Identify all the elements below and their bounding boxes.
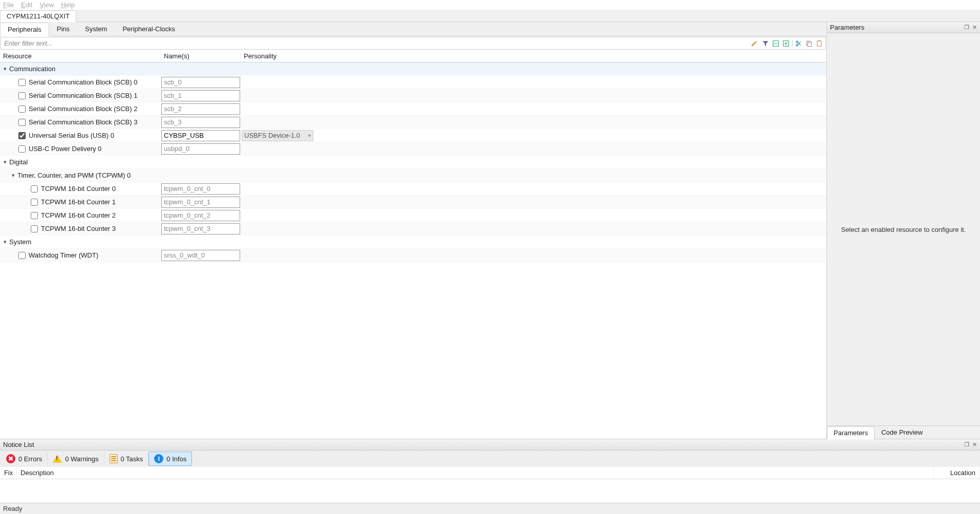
table-row: Serial Communication Block (SCB) 3 [0, 116, 826, 129]
col-fix[interactable]: Fix [0, 467, 16, 479]
subgroup-tcpwm[interactable]: ▾Timer, Counter, and PWM (TCPWM) 0 [0, 169, 826, 182]
table-row: Serial Communication Block (SCB) 2 [0, 102, 826, 116]
menu-help[interactable]: Help [61, 1, 75, 9]
table-row: USB-C Power Delivery 0 [0, 142, 826, 156]
filter-input[interactable] [1, 37, 749, 49]
name-field[interactable] [161, 223, 240, 234]
config-tabs: Peripherals Pins System Peripheral-Clock… [0, 22, 826, 36]
column-header: Resource Name(s) Personality [0, 50, 826, 62]
group-system[interactable]: ▾System [0, 235, 826, 249]
name-field[interactable] [161, 130, 240, 141]
enable-checkbox[interactable] [31, 199, 38, 206]
status-bar: Ready [0, 503, 980, 514]
col-resource[interactable]: Resource [0, 50, 161, 62]
col-description[interactable]: Description [16, 467, 934, 479]
col-location[interactable]: Location [934, 467, 980, 479]
name-field[interactable] [161, 117, 240, 128]
enable-checkbox[interactable] [31, 185, 38, 192]
resource-label: TCPWM 16-bit Counter 2 [41, 211, 116, 219]
undock-icon[interactable]: ❐ [964, 24, 969, 31]
expand-icon[interactable] [782, 39, 790, 48]
notice-body [0, 479, 980, 503]
chevron-down-icon[interactable]: ▾ [2, 239, 8, 245]
personality-select[interactable]: USBFS Device-1.0▾ [242, 130, 313, 141]
placeholder-text: Select an enabled resource to configure … [841, 226, 966, 233]
copy-icon[interactable] [805, 39, 813, 48]
resource-label: Serial Communication Block (SCB) 1 [29, 92, 137, 99]
filter-errors[interactable]: ✖ 0 Errors [1, 452, 48, 466]
tab-parameters[interactable]: Parameters [827, 426, 875, 439]
filter-row [1, 37, 826, 50]
table-row: TCPWM 16-bit Counter 0 [0, 182, 826, 196]
warning-icon [53, 455, 62, 463]
svg-rect-8 [808, 42, 812, 46]
resource-tree[interactable]: ▾Communication Serial Communication Bloc… [0, 62, 826, 439]
chevron-down-icon: ▾ [308, 133, 311, 138]
resource-label: USB-C Power Delivery 0 [29, 145, 101, 153]
name-field[interactable] [161, 183, 240, 195]
enable-checkbox[interactable] [18, 252, 26, 259]
name-field[interactable] [161, 103, 240, 115]
menu-file[interactable]: File [3, 1, 14, 9]
group-digital[interactable]: ▾Digital [0, 156, 826, 169]
resource-label: Universal Serial Bus (USB) 0 [29, 132, 114, 139]
close-icon[interactable]: ✕ [972, 24, 977, 31]
chevron-down-icon[interactable]: ▾ [2, 66, 8, 72]
menu-view[interactable]: View [39, 1, 54, 9]
enable-checkbox[interactable] [31, 212, 38, 219]
panel-body: Select an enabled resource to configure … [827, 33, 980, 425]
enable-checkbox[interactable] [18, 145, 26, 153]
chevron-down-icon[interactable]: ▾ [10, 172, 16, 179]
tab-system[interactable]: System [77, 22, 115, 36]
filter-icon[interactable] [761, 39, 770, 48]
parameters-panel: Parameters ❐ ✕ Select an enabled resourc… [826, 22, 980, 439]
enable-checkbox[interactable] [18, 92, 26, 99]
filter-warnings[interactable]: 0 Warnings [48, 452, 104, 466]
name-field[interactable] [161, 143, 240, 155]
tab-peripherals[interactable]: Peripherals [0, 23, 49, 36]
chevron-down-icon[interactable]: ▾ [2, 159, 8, 165]
name-field[interactable] [161, 250, 240, 261]
col-personality[interactable]: Personality [241, 50, 826, 62]
enable-checkbox[interactable] [18, 132, 26, 139]
personality-value: USBFS Device-1.0 [244, 132, 300, 139]
collapse-icon[interactable] [772, 39, 780, 48]
resource-label: Serial Communication Block (SCB) 3 [29, 118, 137, 126]
edit-icon[interactable] [749, 38, 759, 49]
tab-code-preview[interactable]: Code Preview [875, 426, 929, 439]
group-communication[interactable]: ▾Communication [0, 62, 826, 76]
separator [792, 40, 793, 47]
table-row: Watchdog Timer (WDT) [0, 249, 826, 262]
table-row: TCPWM 16-bit Counter 1 [0, 196, 826, 209]
status-text: Ready [3, 505, 23, 512]
close-icon[interactable]: ✕ [972, 441, 977, 448]
filter-label: 0 Tasks [121, 455, 143, 463]
notice-columns: Fix Description Location [0, 467, 980, 479]
enable-checkbox[interactable] [31, 225, 38, 232]
panel-title: Parameters [830, 24, 864, 31]
enable-checkbox[interactable] [18, 105, 26, 113]
filter-label: 0 Warnings [65, 455, 98, 463]
group-label: Digital [9, 158, 28, 166]
enable-checkbox[interactable] [18, 119, 26, 126]
table-row: Serial Communication Block (SCB) 0 [0, 76, 826, 89]
resource-label: TCPWM 16-bit Counter 3 [41, 225, 116, 232]
paste-icon[interactable] [815, 39, 823, 48]
undock-icon[interactable]: ❐ [964, 441, 969, 448]
menu-edit[interactable]: Edit [21, 1, 32, 9]
device-tab[interactable]: CYPM1211-40LQXIT [0, 10, 76, 22]
name-field[interactable] [161, 197, 240, 208]
cut-icon[interactable] [795, 39, 803, 48]
tab-peripheral-clocks[interactable]: Peripheral-Clocks [115, 22, 183, 36]
group-label: Communication [9, 65, 55, 73]
name-field[interactable] [161, 77, 240, 88]
tab-pins[interactable]: Pins [49, 22, 77, 36]
filter-tasks[interactable]: 0 Tasks [104, 452, 149, 466]
table-row: TCPWM 16-bit Counter 3 [0, 222, 826, 235]
enable-checkbox[interactable] [18, 79, 26, 86]
filter-infos[interactable]: i 0 Infos [148, 452, 192, 466]
name-field[interactable] [161, 90, 240, 101]
error-icon: ✖ [6, 454, 15, 463]
col-names[interactable]: Name(s) [161, 50, 241, 62]
name-field[interactable] [161, 210, 240, 221]
